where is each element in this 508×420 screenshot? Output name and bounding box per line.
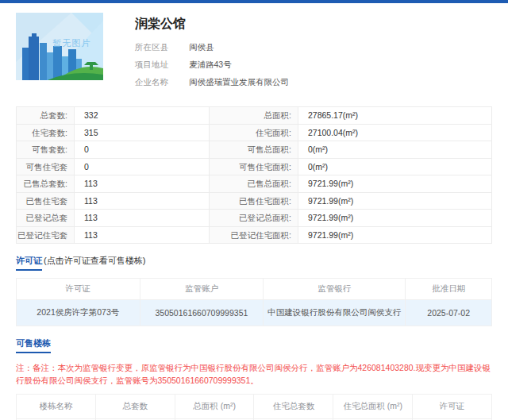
- stats-row: 总套数: 332 总面积: 27865.17(m²): [17, 107, 491, 125]
- info-value: 闽侯县: [189, 43, 214, 52]
- col-header-license: 许可证: [17, 279, 140, 300]
- stat-value: 9721.99(m²): [298, 175, 491, 192]
- stat-label: 总套数:: [17, 107, 75, 124]
- supervision-change-note: 注：备注：本次为监管银行变更，原监管银行为中国银行股份有限公司闽侯分行，监管账户…: [16, 362, 492, 387]
- approval-date-cell: 2025-07-02: [406, 300, 492, 326]
- stat-value: 113: [75, 193, 210, 210]
- stat-value: 9721.99(m²): [298, 210, 491, 226]
- license-table: 许可证 监管账户 监管银行 批准日期 2021侯房许字第073号 3505016…: [16, 278, 492, 326]
- stat-label: 已登记住宅套数:: [17, 227, 75, 244]
- stat-value: 113: [75, 227, 210, 244]
- stat-label: 可售套数:: [17, 141, 75, 158]
- stat-value: 9721.99(m²): [298, 227, 491, 244]
- stat-value: 332: [75, 107, 210, 124]
- stat-label: 已售总面积:: [210, 175, 298, 192]
- stat-value: 315: [75, 125, 210, 141]
- stats-row: 已售总套数: 113 已售总面积: 9721.99(m²): [17, 175, 491, 193]
- stat-label: 已登记总面积:: [210, 210, 298, 226]
- license-section-head: 许可证(点击许可证查看可售楼栋): [16, 256, 492, 271]
- stat-value: 113: [75, 210, 210, 226]
- license-table-row[interactable]: 2021侯房许字第073号 35050161660709999351 中国建设银…: [17, 300, 492, 326]
- license-section-title: 许可证: [16, 256, 42, 271]
- stat-label: 可售住宅面积:: [210, 159, 298, 175]
- col-header-supervision-bank: 监管银行: [264, 279, 406, 300]
- stat-label: 可售住宅套数:: [17, 159, 75, 175]
- stat-value: 0: [75, 159, 210, 175]
- stat-label: 总面积:: [210, 107, 298, 124]
- info-value: 闽侯盛瑞置业发展有限公司: [189, 78, 289, 87]
- col-header-residential-area: 住宅总面积 (m²): [333, 394, 413, 418]
- col-header-total-area: 总面积 (m²): [175, 394, 254, 418]
- page-container: 暂无图片 润棠公馆 所在区县 闽侯县 项目地址 麦浦路43号 企业名称 闽侯盛瑞…: [0, 13, 508, 420]
- license-section-subtitle: (点击许可证查看可售楼栋): [44, 256, 145, 265]
- license-number-cell[interactable]: 2021侯房许字第073号: [17, 300, 140, 326]
- stat-value: 0(m²): [298, 141, 491, 158]
- stat-value: 113: [75, 175, 210, 192]
- buildings-table: 楼栋名称 总套数 总面积 (m²) 住宅总套数 住宅总面积 (m²) 许可证 1…: [16, 394, 492, 420]
- col-header-license: 许可证: [413, 394, 492, 418]
- buildings-table-header-row: 楼栋名称 总套数 总面积 (m²) 住宅总套数 住宅总面积 (m²) 许可证: [17, 394, 492, 418]
- info-row-address: 项目地址 麦浦路43号: [135, 60, 289, 70]
- col-header-total-units: 总套数: [95, 394, 175, 418]
- stat-value: 27100.04(m²): [298, 125, 491, 141]
- info-label: 企业名称: [135, 78, 176, 87]
- stats-row: 已登记总套数: 113 已登记总面积: 9721.99(m²): [17, 210, 491, 227]
- info-value: 麦浦路43号: [189, 60, 232, 70]
- project-header: 暂无图片 润棠公馆 所在区县 闽侯县 项目地址 麦浦路43号 企业名称 闽侯盛瑞…: [16, 13, 492, 95]
- col-header-residential-units: 住宅总套数: [254, 394, 333, 418]
- stat-value: 9721.99(m²): [298, 193, 491, 210]
- stats-row: 可售住宅套数: 0 可售住宅面积: 0(m²): [17, 159, 491, 176]
- stat-label: 住宅套数:: [17, 125, 75, 141]
- buildings-section-title: 可售楼栋: [16, 339, 51, 353]
- project-stats-grid: 总套数: 332 总面积: 27865.17(m²) 住宅套数: 315 住宅面…: [16, 106, 492, 244]
- stats-row: 住宅套数: 315 住宅面积: 27100.04(m²): [17, 125, 491, 142]
- stats-row: 可售套数: 0 可售总面积: 0(m²): [17, 141, 491, 159]
- stat-label: 已售总套数:: [17, 175, 75, 192]
- info-row-district: 所在区县 闽侯县: [135, 43, 289, 52]
- stat-label: 住宅面积:: [210, 125, 298, 141]
- stat-label: 已售住宅套数:: [17, 193, 75, 210]
- info-label: 所在区县: [135, 43, 176, 52]
- top-accent-bar: [0, 0, 508, 3]
- no-image-thumbnail: 暂无图片: [16, 13, 103, 80]
- license-table-header-row: 许可证 监管账户 监管银行 批准日期: [17, 279, 492, 300]
- project-title: 润棠公馆: [135, 16, 289, 33]
- stat-label: 已登记住宅面积:: [210, 227, 298, 244]
- info-label: 项目地址: [135, 60, 176, 70]
- stat-value: 27865.17(m²): [298, 107, 491, 124]
- stat-label: 已登记总套数:: [17, 210, 75, 226]
- supervision-bank-cell: 中国建设银行股份有限公司闽侯支行: [264, 300, 406, 326]
- col-header-approval-date: 批准日期: [406, 279, 492, 300]
- buildings-section-head: 可售楼栋: [16, 339, 492, 353]
- no-image-watermark-text: 暂无图片: [52, 37, 90, 49]
- col-header-building-name: 楼栋名称: [17, 394, 96, 418]
- supervision-account-cell: 35050161660709999351: [140, 300, 264, 326]
- project-info: 润棠公馆 所在区县 闽侯县 项目地址 麦浦路43号 企业名称 闽侯盛瑞置业发展有…: [135, 13, 289, 95]
- stat-value: 0: [75, 141, 210, 158]
- stat-label: 可售总面积:: [210, 141, 298, 158]
- info-row-company: 企业名称 闽侯盛瑞置业发展有限公司: [135, 78, 289, 87]
- stat-value: 0(m²): [298, 159, 491, 175]
- stat-label: 已售住宅面积:: [210, 193, 298, 210]
- stats-row: 已售住宅套数: 113 已售住宅面积: 9721.99(m²): [17, 193, 491, 210]
- stats-row: 已登记住宅套数: 113 已登记住宅面积: 9721.99(m²): [17, 227, 491, 245]
- col-header-supervision-account: 监管账户: [140, 279, 264, 300]
